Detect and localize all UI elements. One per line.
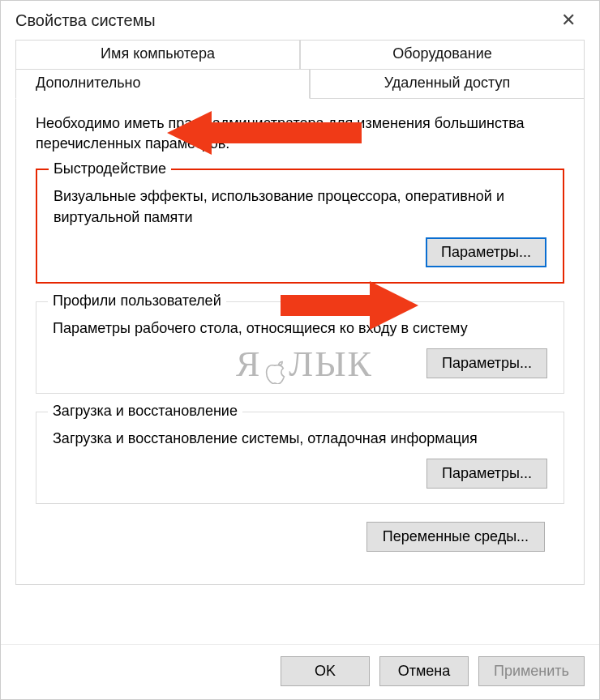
tab-computer-name[interactable]: Имя компьютера bbox=[15, 40, 300, 69]
group-performance: Быстродействие Визуальные эффекты, испол… bbox=[36, 169, 564, 283]
close-icon[interactable]: ✕ bbox=[552, 4, 585, 36]
startup-recovery-settings-button[interactable]: Параметры... bbox=[426, 459, 547, 489]
group-user-profiles-desc: Параметры рабочего стола, относящиеся ко… bbox=[53, 318, 547, 339]
tabs-container: Имя компьютера Оборудование Дополнительн… bbox=[15, 40, 585, 585]
cancel-button[interactable]: Отмена bbox=[379, 656, 469, 686]
env-vars-row: Переменные среды... bbox=[36, 522, 564, 552]
ok-button[interactable]: OK bbox=[281, 656, 370, 686]
group-user-profiles: Профили пользователей Параметры рабочего… bbox=[36, 301, 564, 394]
user-profiles-settings-button[interactable]: Параметры... bbox=[426, 348, 547, 378]
tab-panel-advanced: Необходимо иметь права администратора дл… bbox=[15, 99, 585, 585]
group-startup-recovery-legend: Загрузка и восстановление bbox=[48, 403, 242, 420]
apply-button[interactable]: Применить bbox=[478, 656, 585, 686]
tab-hardware[interactable]: Оборудование bbox=[300, 40, 585, 69]
admin-rights-note: Необходимо иметь права администратора дл… bbox=[36, 113, 564, 154]
tab-advanced[interactable]: Дополнительно bbox=[15, 69, 310, 99]
group-performance-desc: Визуальные эффекты, использование процес… bbox=[54, 186, 546, 227]
group-startup-recovery: Загрузка и восстановление Загрузка и вос… bbox=[36, 412, 564, 504]
window-title: Свойства системы bbox=[15, 11, 552, 30]
group-performance-legend: Быстродействие bbox=[49, 160, 171, 177]
group-user-profiles-legend: Профили пользователей bbox=[48, 292, 226, 309]
group-startup-recovery-desc: Загрузка и восстановление системы, отлад… bbox=[53, 429, 547, 449]
titlebar: Свойства системы ✕ bbox=[1, 1, 599, 40]
tab-remote[interactable]: Удаленный доступ bbox=[310, 69, 585, 99]
system-properties-window: Свойства системы ✕ Имя компьютера Оборуд… bbox=[0, 0, 600, 700]
performance-settings-button[interactable]: Параметры... bbox=[426, 237, 546, 267]
environment-variables-button[interactable]: Переменные среды... bbox=[366, 522, 545, 552]
dialog-footer: OK Отмена Применить bbox=[1, 644, 599, 699]
content-area: Имя компьютера Оборудование Дополнительн… bbox=[1, 40, 599, 644]
